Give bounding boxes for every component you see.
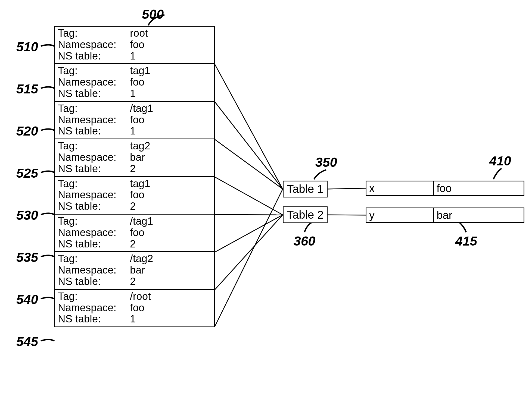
ref-525: 525 xyxy=(16,166,38,181)
field-label-ns: Namespace: xyxy=(58,189,130,201)
field-label-tag: Tag: xyxy=(58,140,130,152)
event-tag-value: /tag1 xyxy=(130,103,211,114)
svg-line-4 xyxy=(215,215,283,215)
svg-line-2 xyxy=(215,139,283,189)
diagram-stage: 500 510 515 520 525 530 535 540 545 350 … xyxy=(0,0,532,399)
ns-table-2-box: Table 2 xyxy=(283,206,328,223)
field-label-nst: NS table: xyxy=(58,125,130,137)
event-540: Tag:/tag2 Namespace:bar NS table:2 xyxy=(55,252,214,290)
field-label-nst: NS table: xyxy=(58,238,130,250)
event-nst-value: 1 xyxy=(130,125,211,137)
event-525: Tag:tag2 Namespace:bar NS table:2 xyxy=(55,139,214,177)
event-ns-value: bar xyxy=(130,265,211,276)
event-545: Tag:/root Namespace:foo NS table:1 xyxy=(55,290,214,326)
field-label-nst: NS table: xyxy=(58,88,130,99)
field-label-ns: Namespace: xyxy=(58,77,130,88)
field-label-ns: Namespace: xyxy=(58,114,130,126)
ref-410: 410 xyxy=(489,153,511,168)
ns-uri: foo xyxy=(434,181,524,195)
ref-360: 360 xyxy=(294,234,315,249)
event-nst-value: 1 xyxy=(130,88,211,99)
event-nst-value: 1 xyxy=(130,51,211,62)
ns-table-1-box: Table 1 xyxy=(283,181,328,197)
event-ns-value: foo xyxy=(130,302,211,314)
ns-prefix: y xyxy=(366,208,434,222)
svg-line-6 xyxy=(215,215,283,290)
ns-uri: bar xyxy=(434,208,524,222)
svg-line-9 xyxy=(328,215,366,215)
field-label-nst: NS table: xyxy=(58,201,130,212)
field-label-nst: NS table: xyxy=(58,313,130,325)
field-label-tag: Tag: xyxy=(58,253,130,265)
events-table: Tag:root Namespace:foo NS table:1 Tag:ta… xyxy=(54,26,215,327)
event-nst-value: 2 xyxy=(130,238,211,250)
event-nst-value: 2 xyxy=(130,163,211,175)
field-label-ns: Namespace: xyxy=(58,227,130,238)
field-label-ns: Namespace: xyxy=(58,302,130,314)
event-tag-value: /tag1 xyxy=(130,216,211,227)
ns-map-entry-415: y bar xyxy=(366,208,524,223)
field-label-tag: Tag: xyxy=(58,291,130,302)
ref-535: 535 xyxy=(16,250,38,265)
event-tag-value: /root xyxy=(130,291,211,302)
field-label-nst: NS table: xyxy=(58,51,130,62)
field-label-tag: Tag: xyxy=(58,216,130,227)
event-ns-value: foo xyxy=(130,114,211,126)
ref-510: 510 xyxy=(16,39,38,54)
svg-line-0 xyxy=(215,64,283,189)
ref-500: 500 xyxy=(142,7,164,22)
ref-545: 545 xyxy=(16,334,38,349)
event-ns-value: bar xyxy=(130,152,211,163)
ref-415: 415 xyxy=(455,234,477,249)
event-tag-value: tag1 xyxy=(130,178,211,190)
field-label-nst: NS table: xyxy=(58,276,130,287)
event-520: Tag:/tag1 Namespace:foo NS table:1 xyxy=(55,102,214,139)
svg-line-8 xyxy=(328,188,366,189)
event-510: Tag:root Namespace:foo NS table:1 xyxy=(55,27,214,64)
event-tag-value: /tag2 xyxy=(130,253,211,265)
event-tag-value: root xyxy=(130,28,211,39)
event-530: Tag:tag1 Namespace:foo NS table:2 xyxy=(55,177,214,215)
ref-530: 530 xyxy=(16,208,38,223)
ns-map-entry-410: x foo xyxy=(366,181,524,196)
event-tag-value: tag2 xyxy=(130,140,211,152)
field-label-ns: Namespace: xyxy=(58,265,130,276)
svg-line-3 xyxy=(215,177,283,215)
svg-line-1 xyxy=(215,102,283,189)
ref-350: 350 xyxy=(315,155,337,170)
event-ns-value: foo xyxy=(130,39,211,51)
field-label-ns: Namespace: xyxy=(58,39,130,51)
event-515: Tag:tag1 Namespace:foo NS table:1 xyxy=(55,64,214,102)
event-ns-value: foo xyxy=(130,227,211,238)
event-nst-value: 1 xyxy=(130,313,211,325)
ref-540: 540 xyxy=(16,292,38,307)
field-label-nst: NS table: xyxy=(58,163,130,175)
event-nst-value: 2 xyxy=(130,276,211,287)
field-label-tag: Tag: xyxy=(58,103,130,114)
field-label-tag: Tag: xyxy=(58,65,130,77)
ref-515: 515 xyxy=(16,81,38,96)
event-tag-value: tag1 xyxy=(130,65,211,77)
field-label-ns: Namespace: xyxy=(58,152,130,163)
svg-line-7 xyxy=(215,189,283,326)
svg-line-5 xyxy=(215,215,283,252)
event-ns-value: foo xyxy=(130,77,211,88)
ns-prefix: x xyxy=(366,181,434,195)
ref-520: 520 xyxy=(16,124,38,139)
field-label-tag: Tag: xyxy=(58,178,130,190)
event-nst-value: 2 xyxy=(130,201,211,212)
field-label-tag: Tag: xyxy=(58,28,130,39)
event-ns-value: foo xyxy=(130,189,211,201)
event-535: Tag:/tag1 Namespace:foo NS table:2 xyxy=(55,215,214,252)
